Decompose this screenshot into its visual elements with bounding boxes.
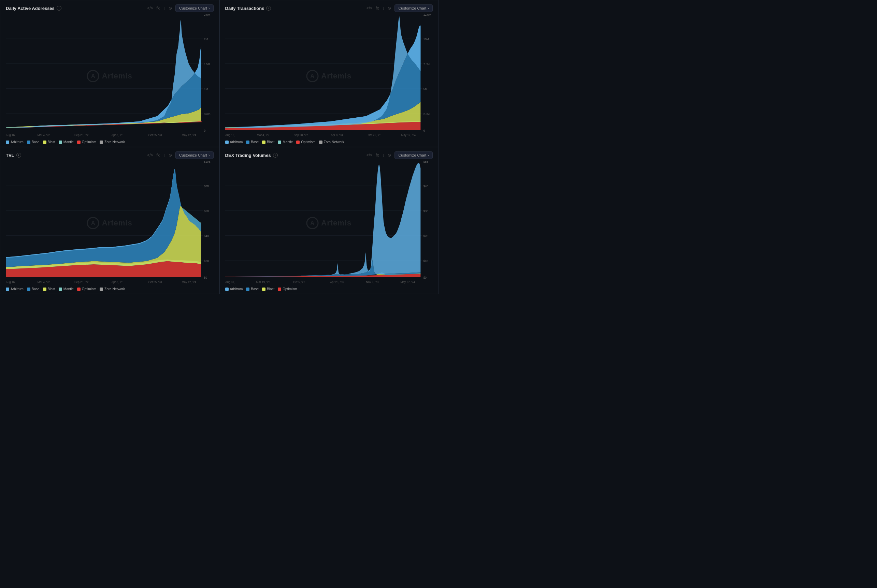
chart-footer-1: Arbitrum Base Blast Mantle Optimism Zora…	[6, 140, 213, 144]
chart-svg-2: 12.5M 10M 7.5M 5M 2.5M 0 Aug 16, ... Mar…	[225, 14, 433, 138]
chart-panel-daily-active-addresses: Daily Active Addresses i </> fx ↓ ⊙ Cust…	[0, 0, 219, 147]
svg-text:Apr 8, '23: Apr 8, '23	[111, 134, 123, 137]
svg-text:$5B: $5B	[423, 161, 428, 164]
legend-blast-2: Blast	[262, 140, 274, 144]
svg-text:Oct 25, '23: Oct 25, '23	[368, 134, 381, 137]
chart-title-group-3: TVL i	[6, 153, 21, 158]
svg-text:5M: 5M	[423, 87, 427, 91]
customize-chart-button-3[interactable]: Customize Chart ›	[176, 152, 213, 159]
svg-text:$1B: $1B	[423, 259, 428, 262]
chart-svg-1: 2.5M 2M 1.5M 1M 500K 0 Aug 16, ... Mar 4…	[6, 14, 213, 138]
legend-base-4: Base	[246, 287, 259, 291]
svg-text:Mar 19, '22: Mar 19, '22	[256, 280, 270, 284]
info-icon-4[interactable]: i	[273, 153, 278, 158]
svg-text:$4B: $4B	[204, 234, 209, 238]
chart-svg-4: $5B $4B $3B $2B $1B $0 Aug 31, ... Mar 1…	[225, 161, 433, 285]
svg-text:1M: 1M	[204, 87, 208, 91]
chart-area-4: A Artemis $5B	[225, 161, 433, 285]
chart-panel-tvl: TVL i </> fx ↓ ⊙ Customize Chart › A Art…	[0, 147, 219, 294]
svg-text:May 12, '24: May 12, '24	[401, 134, 415, 137]
legend-blast-3: Blast	[43, 287, 55, 291]
chart-svg-3: $10B $8B $6B $4B $2B $0 Aug 16, ... Mar …	[6, 161, 213, 285]
svg-text:Oct 25, '23: Oct 25, '23	[149, 280, 162, 284]
chart-title-tvl: TVL	[6, 153, 14, 158]
chart-actions-2: </> fx ↓ ⊙ Customize Chart ›	[366, 4, 433, 12]
svg-text:$10B: $10B	[204, 161, 210, 164]
chart-header-2: Daily Transactions i </> fx ↓ ⊙ Customiz…	[225, 4, 433, 12]
chart-area-2: A Artemis 12.5M	[225, 14, 433, 138]
legend-base-1: Base	[27, 140, 40, 144]
info-icon[interactable]: i	[57, 6, 62, 10]
chart-title-group-4: DEX Trading Volumes i	[225, 153, 278, 158]
customize-chart-button-4[interactable]: Customize Chart ›	[395, 152, 433, 159]
chart-header-4: DEX Trading Volumes i </> fx ↓ ⊙ Customi…	[225, 152, 433, 159]
svg-text:Aug 16, ...: Aug 16, ...	[6, 134, 19, 137]
download-icon-3[interactable]: ↓	[163, 153, 165, 158]
legend-arbitrum-2: Arbitrum	[225, 140, 243, 144]
svg-text:$0: $0	[423, 276, 426, 280]
svg-text:Sep 20, '22: Sep 20, '22	[294, 134, 308, 137]
svg-text:$6B: $6B	[204, 209, 209, 213]
download-icon[interactable]: ↓	[163, 6, 165, 10]
chart-area-3: A Artemis $10B	[6, 161, 213, 285]
svg-text:May 12, '24: May 12, '24	[182, 280, 196, 284]
chart-title-group: Daily Active Addresses i	[6, 6, 62, 11]
svg-text:2.5M: 2.5M	[423, 112, 429, 116]
code-icon-4[interactable]: </>	[366, 153, 372, 158]
svg-text:12.5M: 12.5M	[423, 14, 431, 16]
legend-zora-1: Zora Network	[100, 140, 125, 144]
legend-mantle-1: Mantle	[59, 140, 74, 144]
camera-icon-2[interactable]: ⊙	[387, 6, 391, 10]
customize-chart-button-2[interactable]: Customize Chart ›	[395, 4, 433, 12]
svg-text:$2B: $2B	[204, 259, 209, 262]
camera-icon[interactable]: ⊙	[168, 6, 172, 10]
svg-text:Nov 9, '23: Nov 9, '23	[366, 280, 378, 284]
chart-footer-3: Arbitrum Base Blast Mantle Optimism Zora…	[6, 287, 213, 291]
svg-text:$4B: $4B	[423, 184, 428, 188]
svg-text:May 12, '24: May 12, '24	[182, 134, 196, 137]
legend-optimism-1: Optimism	[77, 140, 96, 144]
camera-icon-3[interactable]: ⊙	[168, 153, 172, 158]
code-icon-3[interactable]: </>	[147, 153, 153, 158]
chart-actions-4: </> fx ↓ ⊙ Customize Chart ›	[366, 152, 433, 159]
legend-optimism-3: Optimism	[77, 287, 96, 291]
svg-text:Oct 25, '23: Oct 25, '23	[149, 134, 162, 137]
svg-text:May 27, '24: May 27, '24	[400, 280, 414, 284]
legend-optimism-4: Optimism	[278, 287, 297, 291]
code-icon-2[interactable]: </>	[366, 6, 372, 10]
chart-header-3: TVL i </> fx ↓ ⊙ Customize Chart ›	[6, 152, 213, 159]
svg-text:0: 0	[423, 129, 425, 133]
download-icon-4[interactable]: ↓	[382, 153, 384, 158]
info-icon-3[interactable]: i	[17, 153, 21, 158]
code-icon[interactable]: </>	[147, 6, 153, 10]
svg-text:0: 0	[204, 129, 206, 133]
download-icon-2[interactable]: ↓	[382, 6, 384, 10]
legend-base-3: Base	[27, 287, 40, 291]
svg-text:2.5M: 2.5M	[204, 14, 210, 16]
chart-footer-2: Arbitrum Base Blast Mantle Optimism Zora…	[225, 140, 433, 144]
chart-header: Daily Active Addresses i </> fx ↓ ⊙ Cust…	[6, 4, 213, 12]
legend-arbitrum-4: Arbitrum	[225, 287, 243, 291]
fx-icon[interactable]: fx	[157, 6, 160, 10]
svg-text:500K: 500K	[204, 112, 210, 116]
legend-arbitrum-1: Arbitrum	[6, 140, 24, 144]
legend-zora-3: Zora Network	[100, 287, 125, 291]
fx-icon-2[interactable]: fx	[376, 6, 379, 10]
chart-panel-daily-transactions: Daily Transactions i </> fx ↓ ⊙ Customiz…	[219, 0, 439, 147]
chart-title-group-2: Daily Transactions i	[225, 6, 271, 11]
chart-panel-dex-trading: DEX Trading Volumes i </> fx ↓ ⊙ Customi…	[219, 147, 439, 294]
legend-blast-1: Blast	[43, 140, 55, 144]
fx-icon-4[interactable]: fx	[376, 153, 379, 158]
svg-text:Mar 4, '22: Mar 4, '22	[257, 134, 269, 137]
info-icon-2[interactable]: i	[266, 6, 271, 10]
fx-icon-3[interactable]: fx	[157, 153, 160, 158]
legend-blast-4: Blast	[262, 287, 274, 291]
customize-chart-button-1[interactable]: Customize Chart ›	[176, 4, 213, 12]
legend-zora-2: Zora Network	[319, 140, 344, 144]
camera-icon-4[interactable]: ⊙	[387, 153, 391, 158]
svg-text:1.5M: 1.5M	[204, 62, 210, 66]
chart-footer-4: Arbitrum Base Blast Optimism	[225, 287, 433, 291]
svg-text:Mar 4, '22: Mar 4, '22	[38, 134, 50, 137]
legend-base-2: Base	[246, 140, 259, 144]
legend-mantle-2: Mantle	[278, 140, 293, 144]
